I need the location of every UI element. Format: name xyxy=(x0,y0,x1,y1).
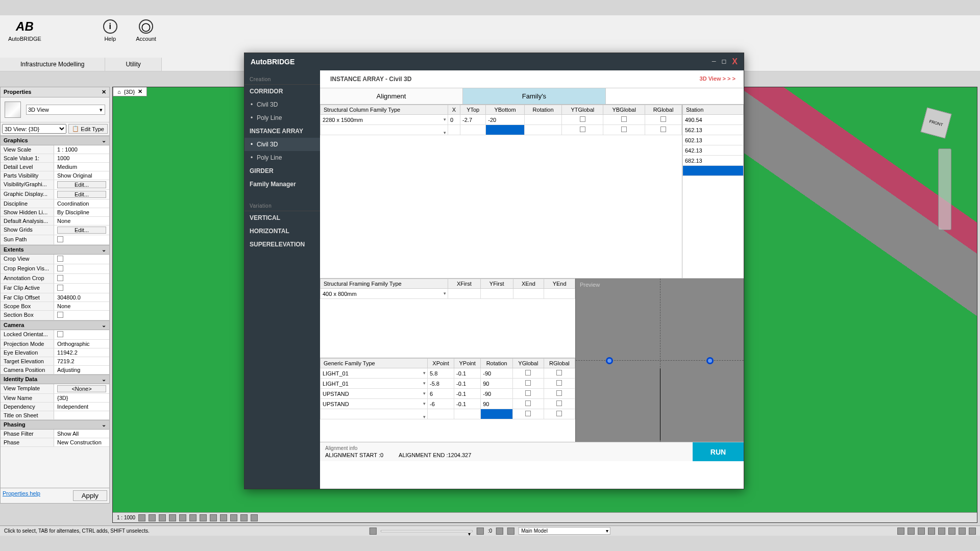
status-icon[interactable] xyxy=(477,528,484,535)
prop-projection[interactable]: Orthographic xyxy=(54,340,109,348)
minimize-icon[interactable]: — xyxy=(712,57,716,66)
grid-row[interactable]: UPSTAND6-0.1-90 xyxy=(321,389,575,399)
sidebar-girder[interactable]: GIRDER xyxy=(244,164,320,178)
prop-sun-path[interactable] xyxy=(54,235,109,244)
prop-locked-orient[interactable] xyxy=(54,330,109,339)
dialog-titlebar[interactable]: AutoBRIDGE — □ X xyxy=(244,53,744,70)
tool-icon[interactable] xyxy=(251,514,258,521)
prop-far-clip-offset[interactable]: 304800.0 xyxy=(54,293,109,302)
status-icon[interactable] xyxy=(938,528,945,535)
grid-row[interactable]: 400 x 800mm xyxy=(321,289,575,299)
account-button[interactable]: ◯ Account xyxy=(128,15,164,46)
help-button[interactable]: i Help xyxy=(95,15,126,46)
status-icon[interactable] xyxy=(948,528,955,535)
prop-scale-value[interactable]: 1000 xyxy=(54,154,109,162)
prop-camera-pos[interactable]: Adjusting xyxy=(54,366,109,374)
section-camera[interactable]: Camera⌄ xyxy=(1,320,109,330)
station-row[interactable]: 602.13 xyxy=(683,135,744,145)
viewport-tab-close-icon[interactable]: ✕ xyxy=(138,88,142,95)
grid-row[interactable]: 2280 x 1500mm 0 -2.7 -20 xyxy=(321,115,682,125)
grid-row[interactable]: LIGHT_01-5.8-0.190 xyxy=(321,379,575,389)
tool-icon[interactable] xyxy=(138,514,145,521)
tab-utility[interactable]: Utility xyxy=(105,58,161,71)
sidebar-corridor-civil3d[interactable]: Civil 3D xyxy=(244,98,320,111)
sidebar-superelevation[interactable]: SUPERELEVATION xyxy=(244,238,320,251)
status-icon[interactable] xyxy=(897,528,904,535)
grid-row[interactable]: UPSTAND-6-0.190 xyxy=(321,399,575,409)
station-row[interactable]: 682.13 xyxy=(683,156,744,166)
station-row[interactable]: 562.13 xyxy=(683,125,744,135)
tool-icon[interactable] xyxy=(169,514,176,521)
view3d-link[interactable]: 3D View > > > xyxy=(692,70,744,88)
view-type-selector[interactable]: 3D View xyxy=(1,97,109,122)
status-icon[interactable] xyxy=(918,528,925,535)
sidebar-family-manager[interactable]: Family Manager xyxy=(244,178,320,191)
tool-icon[interactable] xyxy=(240,514,248,521)
tool-icon[interactable] xyxy=(189,514,197,521)
view-type-dropdown[interactable]: 3D View xyxy=(26,105,105,115)
prop-show-hidden[interactable]: By Discipline xyxy=(54,208,109,216)
tab-alignment[interactable]: Alignment xyxy=(320,88,463,104)
prop-detail-level[interactable]: Medium xyxy=(54,163,109,171)
maximize-icon[interactable]: □ xyxy=(722,57,726,66)
prop-section-box[interactable] xyxy=(54,311,109,320)
prop-vis-graphics-btn[interactable]: Edit... xyxy=(57,181,106,188)
structural-column-grid[interactable]: Structural Column Family Type X YTop YBo… xyxy=(320,105,682,135)
tool-icon[interactable] xyxy=(210,514,217,521)
status-icon[interactable] xyxy=(370,528,377,535)
tab-familys[interactable]: Family's xyxy=(463,88,606,104)
app-logo[interactable]: AB AutoBRIDGE xyxy=(0,15,50,46)
sidebar-corridor-polyline[interactable]: Poly Line xyxy=(244,111,320,124)
station-row[interactable]: 642.13 xyxy=(683,145,744,156)
sidebar-instance-civil3d[interactable]: Civil 3D xyxy=(244,138,320,151)
sidebar-corridor[interactable]: CORRIDOR xyxy=(244,85,320,98)
status-icon[interactable] xyxy=(959,528,966,535)
view-instance-dropdown[interactable]: 3D View: {3D} xyxy=(2,124,66,134)
section-identity[interactable]: Identity Data⌄ xyxy=(1,374,109,384)
prop-phase[interactable]: New Construction xyxy=(54,438,109,446)
prop-show-grids-btn[interactable]: Edit... xyxy=(57,227,106,234)
prop-parts-vis[interactable]: Show Original xyxy=(54,171,109,180)
prop-scope-box[interactable]: None xyxy=(54,302,109,310)
status-icon[interactable] xyxy=(496,528,503,535)
grid-row[interactable] xyxy=(321,125,682,135)
tool-icon[interactable] xyxy=(149,514,156,521)
status-icon[interactable] xyxy=(908,528,915,535)
tool-icon[interactable] xyxy=(159,514,166,521)
sidebar-horizontal[interactable]: HORIZONTAL xyxy=(244,224,320,238)
prop-phase-filter[interactable]: Show All xyxy=(54,430,109,438)
prop-discipline[interactable]: Coordination xyxy=(54,199,109,208)
sidebar-instance-array[interactable]: INSTANCE ARRAY xyxy=(244,124,320,138)
tab-infrastructure[interactable]: Infrastructure Modelling xyxy=(0,58,105,71)
prop-crop-region[interactable] xyxy=(54,264,109,273)
prop-target-elev[interactable]: 7219.2 xyxy=(54,357,109,365)
status-icon[interactable] xyxy=(969,528,976,535)
status-icon[interactable] xyxy=(507,528,514,535)
section-graphics[interactable]: Graphics⌄ xyxy=(1,136,109,145)
prop-view-name[interactable]: {3D} xyxy=(54,394,109,402)
run-button[interactable]: RUN xyxy=(693,442,744,461)
viewcube[interactable]: FRONT xyxy=(916,103,957,143)
prop-graphic-disp-btn[interactable]: Edit... xyxy=(57,191,106,198)
prop-view-template-btn[interactable]: <None> xyxy=(57,385,106,392)
section-phasing[interactable]: Phasing⌄ xyxy=(1,420,109,430)
prop-title-sheet[interactable] xyxy=(54,411,109,419)
tool-icon[interactable] xyxy=(200,514,207,521)
viewport-scale[interactable]: 1 : 1000 xyxy=(117,515,135,520)
tool-icon[interactable] xyxy=(230,514,237,521)
prop-annotation-crop[interactable] xyxy=(54,274,109,283)
sidebar-instance-polyline[interactable]: Poly Line xyxy=(244,151,320,164)
status-select[interactable] xyxy=(381,530,473,532)
prop-far-clip-active[interactable] xyxy=(54,284,109,293)
viewport-tab[interactable]: ⌂ {3D} ✕ xyxy=(113,87,147,96)
prop-view-scale[interactable]: 1 : 1000 xyxy=(54,145,109,154)
structural-framing-grid[interactable]: Structural Framing Family Type XFirst YF… xyxy=(320,279,575,299)
generic-family-grid[interactable]: Generic Family Type XPoint YPoint Rotati… xyxy=(320,358,575,419)
tool-icon[interactable] xyxy=(179,514,186,521)
grid-row[interactable] xyxy=(321,409,575,419)
prop-default-analysis[interactable]: None xyxy=(54,217,109,225)
properties-help-link[interactable]: Properties help xyxy=(3,490,40,501)
prop-crop-view[interactable] xyxy=(54,255,109,264)
status-icon[interactable] xyxy=(928,528,935,535)
grid-row[interactable]: LIGHT_015.8-0.1-90 xyxy=(321,368,575,379)
